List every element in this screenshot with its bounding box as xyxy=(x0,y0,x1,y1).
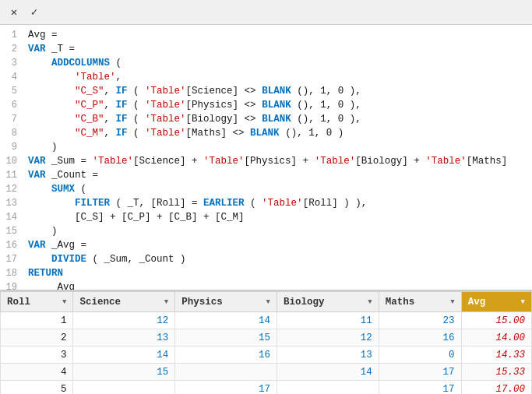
cell-science-4 xyxy=(73,381,175,395)
col-header-roll[interactable]: Roll▼ xyxy=(1,292,73,312)
dropdown-icon-physics[interactable]: ▼ xyxy=(266,298,270,306)
dropdown-icon-science[interactable]: ▼ xyxy=(164,298,168,306)
line-number: 7 xyxy=(0,112,22,126)
cell-biology-2: 13 xyxy=(277,347,379,364)
close-icon[interactable]: ✕ xyxy=(6,5,22,20)
cell-biology-0: 11 xyxy=(277,312,379,329)
code-line: ADDCOLUMNS ( xyxy=(28,56,526,70)
editor-area: 12345678910111213141516171819 Avg =VAR _… xyxy=(0,25,532,290)
toolbar: ✕ ✓ xyxy=(0,0,532,25)
cell-roll-3: 4 xyxy=(1,364,73,381)
code-line: FILTER ( _T, [Roll] = EARLIER ( 'Table'[… xyxy=(28,196,526,210)
line-number: 4 xyxy=(0,70,22,84)
table-row: 5171717.00 xyxy=(1,381,532,395)
line-number: 12 xyxy=(0,182,22,196)
line-number: 5 xyxy=(0,84,22,98)
col-header-maths[interactable]: Maths▼ xyxy=(379,292,461,312)
code-line: DIVIDE ( _Sum, _Count ) xyxy=(28,252,526,266)
cell-physics-2: 16 xyxy=(175,347,277,364)
col-header-science[interactable]: Science▼ xyxy=(73,292,175,312)
code-line: "C_S", IF ( 'Table'[Science] <> BLANK ()… xyxy=(28,84,526,98)
code-line: SUMX ( xyxy=(28,182,526,196)
cell-maths-1: 16 xyxy=(379,329,461,347)
cell-physics-0: 14 xyxy=(175,312,277,329)
line-number: 16 xyxy=(0,238,22,252)
cell-physics-3 xyxy=(175,364,277,381)
cell-biology-1: 12 xyxy=(277,329,379,347)
cell-maths-2: 0 xyxy=(379,347,461,364)
line-number: 17 xyxy=(0,252,22,266)
line-number: 9 xyxy=(0,140,22,154)
col-label-maths: Maths xyxy=(386,297,415,308)
line-number: 18 xyxy=(0,266,22,280)
code-line: 'Table', xyxy=(28,70,526,84)
code-line: [C_S] + [C_P] + [C_B] + [C_M] xyxy=(28,210,526,224)
col-label-science: Science xyxy=(79,297,121,308)
line-number: 6 xyxy=(0,98,22,112)
cell-physics-4: 17 xyxy=(175,381,277,395)
code-line: "C_P", IF ( 'Table'[Physics] <> BLANK ()… xyxy=(28,98,526,112)
code-editor[interactable]: Avg =VAR _T = ADDCOLUMNS ( 'Table', "C_S… xyxy=(22,25,532,290)
line-number: 13 xyxy=(0,196,22,210)
cell-maths-4: 17 xyxy=(379,381,461,395)
col-header-biology[interactable]: Biology▼ xyxy=(277,292,379,312)
dropdown-icon-maths[interactable]: ▼ xyxy=(450,298,454,306)
cell-roll-2: 3 xyxy=(1,347,73,364)
table-row: 3141613014.33 xyxy=(1,347,532,364)
cell-physics-1: 15 xyxy=(175,329,277,347)
cell-maths-3: 17 xyxy=(379,364,461,381)
line-number: 19 xyxy=(0,280,22,290)
code-line: Avg = xyxy=(28,28,526,42)
code-line: _Avg xyxy=(28,280,526,290)
code-line: VAR _Avg = xyxy=(28,238,526,252)
code-line: VAR _Sum = 'Table'[Science] + 'Table'[Ph… xyxy=(28,154,526,168)
table-row: 21315121614.00 xyxy=(1,329,532,347)
cell-roll-0: 1 xyxy=(1,312,73,329)
cell-maths-0: 23 xyxy=(379,312,461,329)
cell-avg-2: 14.33 xyxy=(461,347,531,364)
cell-roll-4: 5 xyxy=(1,381,73,395)
code-line: ) xyxy=(28,224,526,238)
line-number: 14 xyxy=(0,210,22,224)
line-number: 3 xyxy=(0,56,22,70)
dropdown-icon-avg[interactable]: ▼ xyxy=(521,298,525,306)
cell-avg-3: 15.33 xyxy=(461,364,531,381)
code-line: ) xyxy=(28,140,526,154)
line-number: 15 xyxy=(0,224,22,238)
line-number: 2 xyxy=(0,42,22,56)
cell-roll-1: 2 xyxy=(1,329,73,347)
line-number: 1 xyxy=(0,28,22,42)
col-label-physics: Physics xyxy=(181,297,223,308)
cell-avg-1: 14.00 xyxy=(461,329,531,347)
cell-science-1: 13 xyxy=(73,329,175,347)
code-line: VAR _Count = xyxy=(28,168,526,182)
dropdown-icon-roll[interactable]: ▼ xyxy=(62,298,66,306)
col-label-biology: Biology xyxy=(284,297,325,308)
col-header-avg[interactable]: Avg▼ xyxy=(461,292,531,312)
cell-science-3: 15 xyxy=(73,364,175,381)
col-label-roll: Roll xyxy=(7,297,30,308)
line-number: 11 xyxy=(0,168,22,182)
table-row: 11214112315.00 xyxy=(1,312,532,329)
table-area: Roll▼Science▼Physics▼Biology▼Maths▼Avg▼ … xyxy=(0,290,532,394)
code-line: "C_M", IF ( 'Table'[Maths] <> BLANK (), … xyxy=(28,126,526,140)
col-label-avg: Avg xyxy=(468,297,486,308)
code-line: RETURN xyxy=(28,266,526,280)
cell-science-2: 14 xyxy=(73,347,175,364)
dropdown-icon-biology[interactable]: ▼ xyxy=(368,298,372,306)
code-line: VAR _T = xyxy=(28,42,526,56)
line-number: 8 xyxy=(0,126,22,140)
col-header-physics[interactable]: Physics▼ xyxy=(175,292,277,312)
cell-biology-4 xyxy=(277,381,379,395)
code-line: "C_B", IF ( 'Table'[Biology] <> BLANK ()… xyxy=(28,112,526,126)
data-table: Roll▼Science▼Physics▼Biology▼Maths▼Avg▼ … xyxy=(0,291,532,394)
cell-science-0: 12 xyxy=(73,312,175,329)
cell-biology-3: 14 xyxy=(277,364,379,381)
line-number: 10 xyxy=(0,154,22,168)
table-row: 415141715.33 xyxy=(1,364,532,381)
cell-avg-0: 15.00 xyxy=(461,312,531,329)
cell-avg-4: 17.00 xyxy=(461,381,531,395)
line-numbers: 12345678910111213141516171819 xyxy=(0,25,22,290)
check-icon[interactable]: ✓ xyxy=(26,5,42,20)
